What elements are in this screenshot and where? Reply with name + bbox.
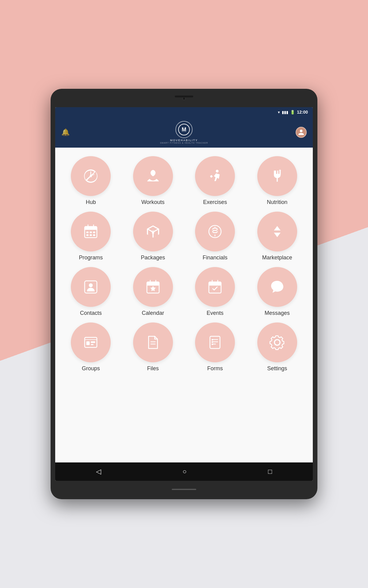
app-tagline: SMART FITNESS & HEALTH TRACKER xyxy=(160,142,208,144)
workouts-label: Workouts xyxy=(141,199,165,205)
tablet-device: ▾ ▮▮▮ 🔋 12:00 🔔 M MOVEHABILITY SMART FIT… xyxy=(51,89,317,499)
svg-rect-13 xyxy=(93,232,95,233)
calendar-label: Calendar xyxy=(142,310,164,316)
grid-item-programs[interactable]: Programs xyxy=(61,212,121,261)
packages-icon-circle xyxy=(133,212,173,251)
tablet-bottom xyxy=(172,485,196,494)
grid-item-nutrition[interactable]: Nutrition xyxy=(248,156,307,205)
marketplace-label: Marketplace xyxy=(262,254,292,261)
settings-icon-circle xyxy=(257,322,297,362)
svg-rect-34 xyxy=(91,341,95,343)
status-bar: ▾ ▮▮▮ 🔋 12:00 xyxy=(55,107,313,117)
forms-icon-circle xyxy=(195,322,235,362)
marketplace-icon-circle xyxy=(257,212,297,251)
hub-label: Hub xyxy=(86,199,96,205)
svg-rect-44 xyxy=(212,344,213,345)
clock: 12:00 xyxy=(297,110,308,115)
svg-text:M: M xyxy=(182,126,186,133)
calendar-icon-circle xyxy=(133,267,173,307)
signal-icon: ▮▮▮ xyxy=(282,110,288,115)
grid-item-messages[interactable]: Messages xyxy=(248,267,307,316)
contacts-label: Contacts xyxy=(80,310,102,316)
tablet-speaker xyxy=(175,96,193,97)
svg-rect-11 xyxy=(86,232,89,233)
grid-item-hub[interactable]: Hub xyxy=(61,156,121,205)
financials-icon-circle xyxy=(195,212,235,251)
app-content: Hub Workouts xyxy=(55,148,313,462)
app-name: MOVEHABILITY xyxy=(170,139,198,142)
home-button[interactable]: ○ xyxy=(182,468,186,476)
grid-item-events[interactable]: Events xyxy=(186,267,245,316)
home-indicator xyxy=(172,489,196,490)
app-header: 🔔 M MOVEHABILITY SMART FITNESS & HEALTH … xyxy=(55,117,313,148)
files-icon-circle xyxy=(133,322,173,362)
svg-marker-20 xyxy=(274,233,281,237)
tablet-top-bar xyxy=(54,94,314,103)
svg-rect-12 xyxy=(90,232,92,233)
exercises-label: Exercises xyxy=(203,199,227,205)
tablet-screen: ▾ ▮▮▮ 🔋 12:00 🔔 M MOVEHABILITY SMART FIT… xyxy=(55,107,313,481)
groups-icon-circle xyxy=(71,322,111,362)
navigation-bar: ◁ ○ □ xyxy=(55,462,313,481)
svg-rect-14 xyxy=(86,234,89,236)
grid-item-settings[interactable]: Settings xyxy=(248,322,307,372)
grid-item-contacts[interactable]: Contacts xyxy=(61,267,121,316)
programs-label: Programs xyxy=(79,254,103,261)
logo-circle: M xyxy=(175,121,193,138)
logo-container: M MOVEHABILITY SMART FITNESS & HEALTH TR… xyxy=(160,121,208,144)
svg-point-22 xyxy=(89,283,93,287)
groups-label: Groups xyxy=(82,365,100,372)
programs-icon-circle xyxy=(71,212,111,251)
svg-marker-27 xyxy=(150,286,156,291)
forms-label: Forms xyxy=(207,365,223,372)
packages-label: Packages xyxy=(141,254,165,261)
messages-icon-circle xyxy=(257,267,297,307)
messages-label: Messages xyxy=(265,310,290,316)
financials-label: Financials xyxy=(203,254,228,261)
grid-item-groups[interactable]: Groups xyxy=(61,322,121,372)
tablet-camera xyxy=(182,97,186,100)
svg-rect-29 xyxy=(209,282,221,286)
hub-icon-circle xyxy=(71,156,111,196)
nutrition-icon-circle xyxy=(257,156,297,196)
back-button[interactable]: ◁ xyxy=(96,468,101,476)
files-label: Files xyxy=(147,365,159,372)
wifi-icon: ▾ xyxy=(278,110,280,115)
grid-item-packages[interactable]: Packages xyxy=(124,212,183,261)
svg-rect-15 xyxy=(90,234,92,236)
bell-icon[interactable]: 🔔 xyxy=(61,128,70,136)
svg-rect-24 xyxy=(147,282,159,286)
grid-item-calendar[interactable]: Calendar xyxy=(124,267,183,316)
svg-rect-33 xyxy=(86,341,90,345)
exercises-icon-circle xyxy=(195,156,235,196)
menu-grid: Hub Workouts xyxy=(61,156,307,372)
grid-item-forms[interactable]: Forms xyxy=(186,322,245,372)
svg-rect-42 xyxy=(212,339,213,341)
grid-item-files[interactable]: Files xyxy=(124,322,183,372)
svg-rect-16 xyxy=(93,234,95,236)
status-icons: ▾ ▮▮▮ 🔋 12:00 xyxy=(278,110,308,115)
grid-item-workouts[interactable]: Workouts xyxy=(124,156,183,205)
user-avatar[interactable] xyxy=(296,127,307,138)
svg-rect-35 xyxy=(91,344,94,345)
nutrition-label: Nutrition xyxy=(267,199,287,205)
events-label: Events xyxy=(207,310,224,316)
grid-item-exercises[interactable]: Exercises xyxy=(186,156,245,205)
svg-point-17 xyxy=(152,232,154,234)
svg-rect-38 xyxy=(210,336,220,349)
workouts-icon-circle xyxy=(133,156,173,196)
events-icon-circle xyxy=(195,267,235,307)
recents-button[interactable]: □ xyxy=(268,468,272,476)
svg-rect-8 xyxy=(85,227,97,230)
contacts-icon-circle xyxy=(71,267,111,307)
svg-point-5 xyxy=(216,170,219,172)
settings-label: Settings xyxy=(267,365,287,372)
grid-item-marketplace[interactable]: Marketplace xyxy=(248,212,307,261)
svg-marker-19 xyxy=(274,226,281,231)
grid-item-financials[interactable]: Financials xyxy=(186,212,245,261)
svg-rect-43 xyxy=(212,341,213,343)
battery-icon: 🔋 xyxy=(290,110,295,115)
